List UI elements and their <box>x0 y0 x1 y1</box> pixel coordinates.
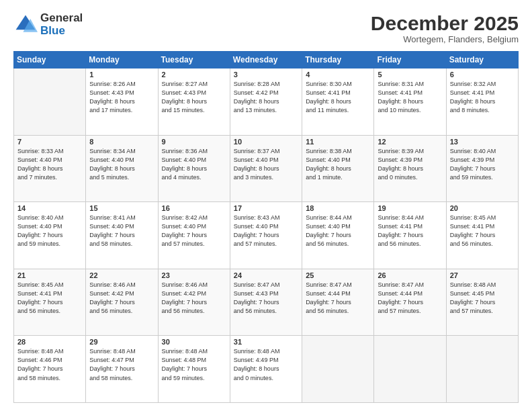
day-number: 4 <box>306 71 370 79</box>
table-row: 16Sunrise: 8:42 AM Sunset: 4:40 PM Dayli… <box>158 202 230 269</box>
day-info: Sunrise: 8:34 AM Sunset: 4:40 PM Dayligh… <box>89 147 154 182</box>
day-number: 14 <box>17 204 82 212</box>
day-number: 31 <box>234 338 298 346</box>
table-row: 3Sunrise: 8:28 AM Sunset: 4:42 PM Daylig… <box>230 68 302 136</box>
day-number: 29 <box>89 338 154 346</box>
day-number: 23 <box>162 271 226 279</box>
weekday-tuesday: Tuesday <box>158 52 230 68</box>
table-row <box>14 68 86 136</box>
day-number: 9 <box>162 138 226 146</box>
table-row: 21Sunrise: 8:45 AM Sunset: 4:41 PM Dayli… <box>14 269 86 336</box>
day-info: Sunrise: 8:47 AM Sunset: 4:43 PM Dayligh… <box>234 281 298 316</box>
day-number: 8 <box>89 138 154 146</box>
table-row: 11Sunrise: 8:38 AM Sunset: 4:40 PM Dayli… <box>302 135 374 202</box>
day-number: 11 <box>306 138 370 146</box>
table-row: 20Sunrise: 8:45 AM Sunset: 4:41 PM Dayli… <box>446 202 518 269</box>
day-info: Sunrise: 8:46 AM Sunset: 4:42 PM Dayligh… <box>89 281 154 316</box>
table-row: 4Sunrise: 8:30 AM Sunset: 4:41 PM Daylig… <box>302 68 374 136</box>
day-info: Sunrise: 8:40 AM Sunset: 4:40 PM Dayligh… <box>17 214 82 248</box>
day-number: 27 <box>450 271 515 279</box>
day-info: Sunrise: 8:38 AM Sunset: 4:40 PM Dayligh… <box>306 147 370 182</box>
table-row <box>446 336 518 403</box>
day-info: Sunrise: 8:48 AM Sunset: 4:47 PM Dayligh… <box>89 347 154 382</box>
day-info: Sunrise: 8:48 AM Sunset: 4:48 PM Dayligh… <box>162 347 226 382</box>
day-info: Sunrise: 8:26 AM Sunset: 4:43 PM Dayligh… <box>89 80 154 115</box>
day-number: 26 <box>378 271 442 279</box>
calendar-table: Sunday Monday Tuesday Wednesday Thursday… <box>13 51 519 403</box>
logo: General Blue <box>13 12 83 37</box>
table-row: 19Sunrise: 8:44 AM Sunset: 4:41 PM Dayli… <box>374 202 446 269</box>
day-info: Sunrise: 8:45 AM Sunset: 4:41 PM Dayligh… <box>17 281 82 316</box>
day-info: Sunrise: 8:48 AM Sunset: 4:46 PM Dayligh… <box>17 347 82 382</box>
day-info: Sunrise: 8:47 AM Sunset: 4:44 PM Dayligh… <box>378 281 442 316</box>
day-info: Sunrise: 8:32 AM Sunset: 4:41 PM Dayligh… <box>450 80 515 115</box>
table-row: 31Sunrise: 8:48 AM Sunset: 4:49 PM Dayli… <box>230 336 302 403</box>
day-number: 20 <box>450 204 515 212</box>
day-info: Sunrise: 8:37 AM Sunset: 4:40 PM Dayligh… <box>234 147 298 182</box>
day-number: 30 <box>162 338 226 346</box>
day-number: 16 <box>162 204 226 212</box>
table-row: 25Sunrise: 8:47 AM Sunset: 4:44 PM Dayli… <box>302 269 374 336</box>
logo-icon <box>13 13 38 37</box>
day-info: Sunrise: 8:46 AM Sunset: 4:42 PM Dayligh… <box>162 281 226 316</box>
day-info: Sunrise: 8:28 AM Sunset: 4:42 PM Dayligh… <box>234 80 298 115</box>
day-number: 21 <box>17 271 82 279</box>
page: General Blue December 2025 Wortegem, Fla… <box>0 0 532 411</box>
day-number: 3 <box>234 71 298 79</box>
day-number: 18 <box>306 204 370 212</box>
table-row: 27Sunrise: 8:48 AM Sunset: 4:45 PM Dayli… <box>446 269 518 336</box>
day-number: 17 <box>234 204 298 212</box>
day-number: 6 <box>450 71 515 79</box>
table-row: 5Sunrise: 8:31 AM Sunset: 4:41 PM Daylig… <box>374 68 446 136</box>
weekday-saturday: Saturday <box>446 52 518 68</box>
weekday-wednesday: Wednesday <box>230 52 302 68</box>
table-row: 2Sunrise: 8:27 AM Sunset: 4:43 PM Daylig… <box>158 68 230 136</box>
day-number: 25 <box>306 271 370 279</box>
table-row: 12Sunrise: 8:39 AM Sunset: 4:39 PM Dayli… <box>374 135 446 202</box>
table-row: 10Sunrise: 8:37 AM Sunset: 4:40 PM Dayli… <box>230 135 302 202</box>
table-row: 24Sunrise: 8:47 AM Sunset: 4:43 PM Dayli… <box>230 269 302 336</box>
header: General Blue December 2025 Wortegem, Fla… <box>13 12 519 44</box>
table-row: 26Sunrise: 8:47 AM Sunset: 4:44 PM Dayli… <box>374 269 446 336</box>
table-row: 28Sunrise: 8:48 AM Sunset: 4:46 PM Dayli… <box>14 336 86 403</box>
day-number: 12 <box>378 138 442 146</box>
month-title: December 2025 <box>371 12 519 34</box>
table-row: 18Sunrise: 8:44 AM Sunset: 4:40 PM Dayli… <box>302 202 374 269</box>
table-row: 30Sunrise: 8:48 AM Sunset: 4:48 PM Dayli… <box>158 336 230 403</box>
day-number: 7 <box>17 138 82 146</box>
table-row: 14Sunrise: 8:40 AM Sunset: 4:40 PM Dayli… <box>14 202 86 269</box>
title-block: December 2025 Wortegem, Flanders, Belgiu… <box>371 12 519 44</box>
day-number: 24 <box>234 271 298 279</box>
table-row: 13Sunrise: 8:40 AM Sunset: 4:39 PM Dayli… <box>446 135 518 202</box>
table-row <box>374 336 446 403</box>
day-info: Sunrise: 8:33 AM Sunset: 4:40 PM Dayligh… <box>17 147 82 182</box>
day-info: Sunrise: 8:47 AM Sunset: 4:44 PM Dayligh… <box>306 281 370 316</box>
table-row: 9Sunrise: 8:36 AM Sunset: 4:40 PM Daylig… <box>158 135 230 202</box>
day-number: 15 <box>89 204 154 212</box>
table-row: 6Sunrise: 8:32 AM Sunset: 4:41 PM Daylig… <box>446 68 518 136</box>
day-info: Sunrise: 8:43 AM Sunset: 4:40 PM Dayligh… <box>234 214 298 248</box>
subtitle: Wortegem, Flanders, Belgium <box>371 34 519 44</box>
day-number: 1 <box>89 71 154 79</box>
calendar-header: Sunday Monday Tuesday Wednesday Thursday… <box>14 52 519 68</box>
day-number: 22 <box>89 271 154 279</box>
day-info: Sunrise: 8:39 AM Sunset: 4:39 PM Dayligh… <box>378 147 442 182</box>
day-info: Sunrise: 8:45 AM Sunset: 4:41 PM Dayligh… <box>450 214 515 248</box>
weekday-thursday: Thursday <box>302 52 374 68</box>
day-info: Sunrise: 8:44 AM Sunset: 4:41 PM Dayligh… <box>378 214 442 248</box>
day-info: Sunrise: 8:31 AM Sunset: 4:41 PM Dayligh… <box>378 80 442 115</box>
calendar-body: 1Sunrise: 8:26 AM Sunset: 4:43 PM Daylig… <box>14 68 519 403</box>
table-row: 23Sunrise: 8:46 AM Sunset: 4:42 PM Dayli… <box>158 269 230 336</box>
day-number: 10 <box>234 138 298 146</box>
day-info: Sunrise: 8:40 AM Sunset: 4:39 PM Dayligh… <box>450 147 515 182</box>
day-info: Sunrise: 8:30 AM Sunset: 4:41 PM Dayligh… <box>306 80 370 115</box>
weekday-friday: Friday <box>374 52 446 68</box>
table-row: 22Sunrise: 8:46 AM Sunset: 4:42 PM Dayli… <box>86 269 158 336</box>
weekday-sunday: Sunday <box>14 52 86 68</box>
day-info: Sunrise: 8:48 AM Sunset: 4:45 PM Dayligh… <box>450 281 515 316</box>
day-number: 28 <box>17 338 82 346</box>
day-info: Sunrise: 8:27 AM Sunset: 4:43 PM Dayligh… <box>162 80 226 115</box>
table-row: 15Sunrise: 8:41 AM Sunset: 4:40 PM Dayli… <box>86 202 158 269</box>
day-info: Sunrise: 8:48 AM Sunset: 4:49 PM Dayligh… <box>234 347 298 382</box>
day-number: 5 <box>378 71 442 79</box>
